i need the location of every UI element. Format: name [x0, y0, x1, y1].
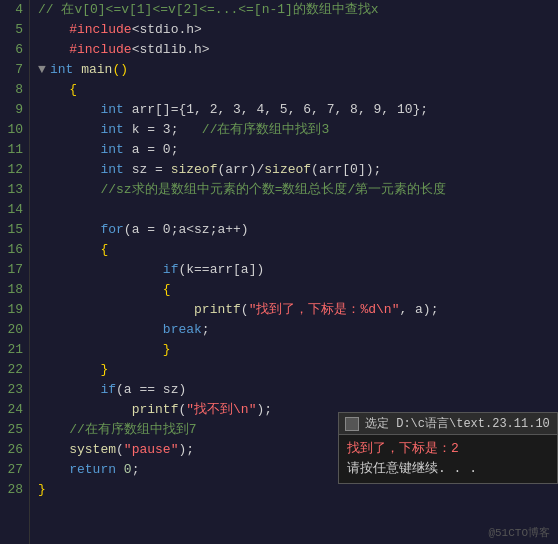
line-num-9: 9: [6, 100, 23, 120]
code-line-6: #include<stdlib.h>: [38, 40, 558, 60]
code-line-8: {: [38, 80, 558, 100]
terminal-title: 选定 D:\c语言\text.23.11.10: [365, 415, 550, 432]
code-line-19: printf("找到了，下标是：%d\n", a);: [38, 300, 558, 320]
line-num-8: 8: [6, 80, 23, 100]
code-line-12: int sz = sizeof(arr)/sizeof(arr[0]);: [38, 160, 558, 180]
code-line-5: #include<stdio.h>: [38, 20, 558, 40]
code-line-23: if(a == sz): [38, 380, 558, 400]
code-line-15: for(a = 0;a<sz;a++): [38, 220, 558, 240]
line-num-16: 16: [6, 240, 23, 260]
code-line-17: if(k==arr[a]): [38, 260, 558, 280]
line-num-17: 17: [6, 260, 23, 280]
line-num-13: 13: [6, 180, 23, 200]
line-num-12: 12: [6, 160, 23, 180]
code-line-13: //sz求的是数组中元素的个数=数组总长度/第一元素的长度: [38, 180, 558, 200]
line-num-19: 19: [6, 300, 23, 320]
line-num-20: 20: [6, 320, 23, 340]
line-num-10: 10: [6, 120, 23, 140]
terminal-body: 找到了，下标是：2 请按任意键继续. . .: [339, 435, 557, 483]
line-num-18: 18: [6, 280, 23, 300]
line-num-26: 26: [6, 440, 23, 460]
code-line-11: int a = 0;: [38, 140, 558, 160]
line-num-24: 24: [6, 400, 23, 420]
line-num-15: 15: [6, 220, 23, 240]
code-line-18: {: [38, 280, 558, 300]
line-num-4: 4: [6, 0, 23, 20]
line-num-22: 22: [6, 360, 23, 380]
line-num-21: 21: [6, 340, 23, 360]
line-num-23: 23: [6, 380, 23, 400]
terminal-line-2: 请按任意键继续. . .: [347, 459, 549, 479]
terminal-window: 选定 D:\c语言\text.23.11.10 找到了，下标是：2 请按任意键继…: [338, 412, 558, 484]
code-editor: 4 5 6 7 8 9 10 11 12 13 14 15 16 17 18 1…: [0, 0, 558, 544]
terminal-icon: [345, 417, 359, 431]
line-num-6: 6: [6, 40, 23, 60]
line-num-28: 28: [6, 480, 23, 500]
code-line-10: int k = 3; //在有序数组中找到3: [38, 120, 558, 140]
line-num-11: 11: [6, 140, 23, 160]
terminal-line-1: 找到了，下标是：2: [347, 439, 549, 459]
code-line-14: [38, 200, 558, 220]
code-line-22: }: [38, 360, 558, 380]
terminal-titlebar: 选定 D:\c语言\text.23.11.10: [339, 413, 557, 435]
line-numbers: 4 5 6 7 8 9 10 11 12 13 14 15 16 17 18 1…: [0, 0, 30, 544]
line-num-5: 5: [6, 20, 23, 40]
watermark: @51CTO博客: [488, 525, 550, 540]
code-line-7: ▼int main(): [38, 60, 558, 80]
code-line-21: }: [38, 340, 558, 360]
code-line-20: break;: [38, 320, 558, 340]
line-num-14: 14: [6, 200, 23, 220]
line-num-25: 25: [6, 420, 23, 440]
terminal-output-found: 找到了，下标是：2: [347, 441, 459, 456]
line-num-7: 7: [6, 60, 23, 80]
code-line-4: // 在v[0]<=v[1]<=v[2]<=...<=[n-1]的数组中查找x: [38, 0, 558, 20]
code-line-16: {: [38, 240, 558, 260]
line-num-27: 27: [6, 460, 23, 480]
code-line-9: int arr[]={1, 2, 3, 4, 5, 6, 7, 8, 9, 10…: [38, 100, 558, 120]
